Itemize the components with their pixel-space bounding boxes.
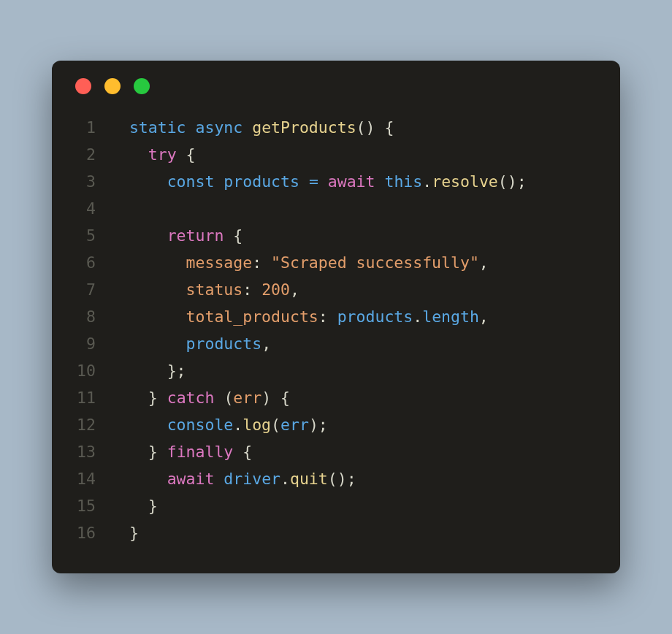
code-editor: 1 static async getProducts() {2 try {3 c… [69, 115, 603, 547]
token: catch [167, 389, 215, 407]
token: , [479, 308, 489, 326]
token: driver [224, 470, 280, 488]
code-line: 16 } [69, 520, 603, 547]
token [177, 145, 186, 164]
line-number: 4 [69, 196, 110, 223]
token: finally [167, 443, 234, 461]
token: { [384, 118, 394, 137]
token: , [290, 280, 299, 299]
code-line: 11 } catch (err) { [69, 385, 603, 412]
token [375, 172, 385, 191]
line-number: 9 [69, 331, 110, 358]
token [110, 172, 167, 191]
code-content: products, [110, 331, 271, 358]
token [110, 280, 186, 299]
code-content: console.log(err); [110, 412, 328, 439]
token: ( [271, 416, 280, 434]
token: products [186, 335, 262, 353]
token [110, 416, 167, 434]
token [375, 118, 384, 137]
maximize-icon[interactable] [134, 78, 150, 94]
code-content: status: 200, [110, 277, 299, 304]
token: return [167, 226, 224, 245]
code-line: 6 message: "Scraped successfully", [69, 250, 603, 277]
token: . [422, 172, 432, 191]
close-icon[interactable] [75, 78, 91, 94]
token: const [167, 172, 215, 191]
token [186, 118, 196, 137]
token: resolve [432, 172, 498, 191]
code-content: return { [110, 223, 243, 250]
token: { [186, 145, 196, 164]
minimize-icon[interactable] [104, 78, 121, 94]
token [224, 226, 233, 245]
line-number: 15 [69, 493, 110, 520]
token [318, 172, 328, 191]
code-line: 10 }; [69, 358, 603, 385]
token [110, 308, 186, 326]
token: products [337, 308, 413, 326]
code-line: 13 } finally { [69, 439, 603, 466]
token: await [167, 470, 215, 488]
token: 200 [261, 280, 290, 299]
token: } [129, 524, 139, 542]
token [299, 172, 309, 191]
token: : [252, 253, 271, 272]
code-window: 1 static async getProducts() {2 try {3 c… [52, 61, 620, 573]
code-line: 12 console.log(err); [69, 412, 603, 439]
token: ); [309, 416, 328, 434]
token: quit [290, 470, 328, 488]
token: err [280, 416, 309, 434]
token: ( [224, 389, 233, 407]
window-controls [69, 78, 603, 94]
token: products [224, 172, 299, 191]
token: { [243, 443, 252, 461]
code-content: const products = await this.resolve(); [110, 169, 527, 196]
token [110, 253, 186, 272]
token [158, 443, 167, 461]
token: : [243, 280, 261, 299]
token: } [148, 389, 158, 407]
line-number: 1 [69, 115, 110, 142]
token: try [148, 145, 177, 164]
token: total_products [186, 308, 318, 326]
code-line: 1 static async getProducts() { [69, 115, 603, 142]
code-content: await driver.quit(); [110, 466, 356, 493]
token: length [422, 308, 479, 326]
token: (); [498, 172, 527, 191]
token: (); [328, 470, 356, 488]
code-line: 2 try { [69, 142, 603, 169]
token [110, 389, 148, 407]
code-line: 4 [69, 196, 603, 223]
token [110, 443, 148, 461]
token [110, 362, 167, 380]
token: } [148, 497, 158, 515]
line-number: 5 [69, 223, 110, 250]
line-number: 11 [69, 385, 110, 412]
token: , [261, 335, 271, 353]
token: ) [261, 389, 271, 407]
code-content: message: "Scraped successfully", [110, 250, 489, 277]
token: await [328, 172, 375, 191]
token [243, 118, 252, 137]
token: } [148, 443, 158, 461]
token [110, 145, 148, 164]
token: "Scraped successfully" [271, 253, 479, 272]
code-content: } [110, 493, 158, 520]
token: getProducts [252, 118, 356, 137]
token: , [479, 253, 489, 272]
code-content: }; [110, 358, 186, 385]
token: static [129, 118, 186, 137]
code-content: total_products: products.length, [110, 304, 489, 331]
token: : [318, 308, 337, 326]
token: log [243, 416, 271, 434]
token [110, 497, 148, 515]
line-number: 3 [69, 169, 110, 196]
code-content: } finally { [110, 439, 252, 466]
token: async [196, 118, 243, 137]
token: err [233, 389, 261, 407]
token: { [233, 226, 243, 245]
token: . [280, 470, 290, 488]
line-number: 2 [69, 142, 110, 169]
code-line: 3 const products = await this.resolve(); [69, 169, 603, 196]
